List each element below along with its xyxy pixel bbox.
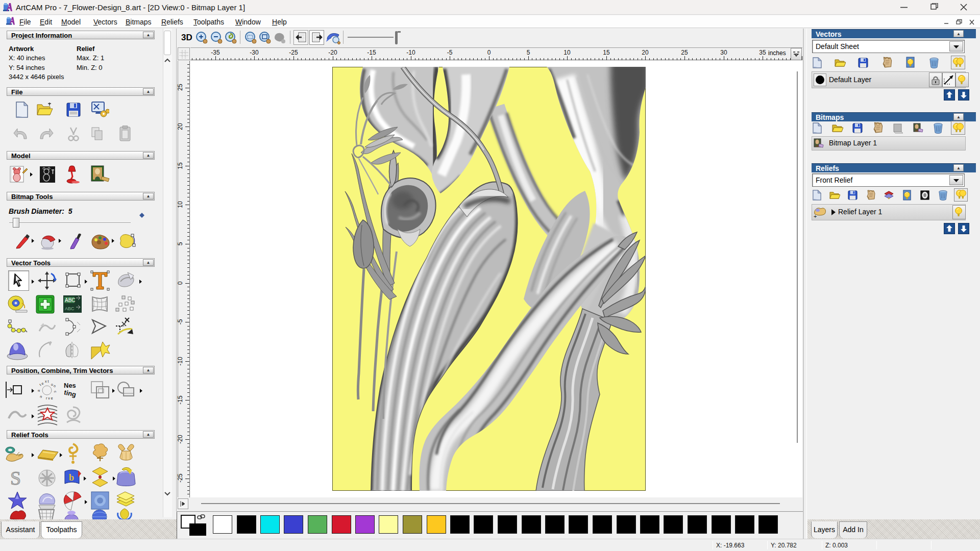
svg-text:x t: x t: [45, 380, 48, 383]
svg-text:a: a: [37, 389, 40, 392]
svg-text:o n: o n: [51, 383, 57, 388]
svg-text:t e: t e: [39, 382, 44, 387]
svg-text:ting: ting: [63, 388, 77, 398]
svg-text:u: u: [39, 395, 43, 399]
svg-text:b: b: [69, 472, 74, 483]
svg-text:ABC: ABC: [65, 306, 75, 311]
svg-text:c: c: [54, 390, 57, 393]
svg-text:S: S: [10, 468, 21, 488]
svg-text:r v e: r v e: [46, 396, 53, 400]
svg-text:+: +: [814, 213, 817, 219]
svg-text:ABC: ABC: [65, 297, 76, 303]
